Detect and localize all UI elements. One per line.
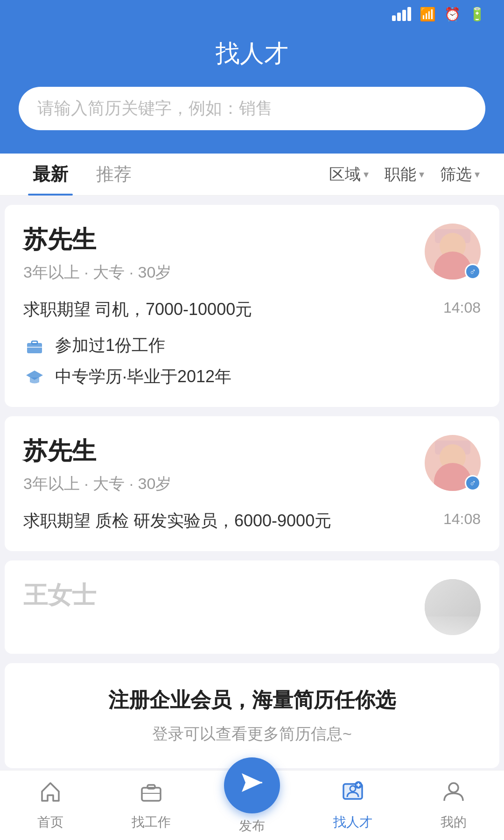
person-icon: [441, 779, 466, 809]
send-icon: [239, 770, 265, 801]
svg-rect-0: [27, 343, 42, 353]
wifi-icon: 📶: [420, 7, 436, 22]
candidate-card-0[interactable]: 苏先生 3年以上 · 大专 · 30岁 ♂ 求职期望 司机，7000-10000…: [5, 205, 499, 407]
filter-screen[interactable]: 筛选 ▾: [434, 164, 485, 185]
tag-edu-0: 中专学历·毕业于2012年: [23, 365, 481, 388]
candidate-list: 苏先生 3年以上 · 大专 · 30岁 ♂ 求职期望 司机，7000-10000…: [0, 196, 504, 777]
nav-label-mine: 我的: [441, 813, 467, 831]
nav-item-publish[interactable]: 发布: [202, 776, 302, 835]
card-header-0: 苏先生 3年以上 · 大专 · 30岁 ♂: [23, 224, 481, 283]
tab-recommended[interactable]: 推荐: [82, 154, 146, 196]
page-title: 找人才: [19, 37, 485, 70]
candidate-name-0: 苏先生 3年以上 · 大专 · 30岁: [23, 224, 171, 283]
card-tags-0: 参加过1份工作 中专学历·毕业于2012年: [23, 334, 481, 388]
home-icon: [38, 779, 63, 809]
candidate-name-2: 王女士: [23, 579, 96, 612]
nav-label-publish: 发布: [239, 817, 265, 835]
svg-rect-4: [142, 788, 161, 801]
candidate-card-2: 王女士: [5, 560, 499, 654]
tab-bar: 最新 推荐 区域 ▾ 职能 ▾ 筛选 ▾: [0, 154, 504, 196]
bottom-nav: 首页 找工作 发布: [0, 770, 504, 840]
nav-item-find-job[interactable]: 找工作: [101, 770, 202, 840]
briefcase-nav-icon: [139, 779, 163, 809]
search-bar[interactable]: 请输入简历关键字，例如：销售: [19, 87, 485, 130]
svg-rect-5: [147, 785, 155, 789]
nav-item-home[interactable]: 首页: [0, 770, 101, 840]
nav-label-find-talent: 找人才: [333, 813, 372, 831]
gender-badge-1: ♂: [465, 475, 481, 491]
candidate-name-1: 苏先生 3年以上 · 大专 · 30岁: [23, 435, 171, 495]
header: 找人才 请输入简历关键字，例如：销售: [0, 28, 504, 154]
filter-region[interactable]: 区域 ▾: [323, 164, 374, 185]
svg-rect-1: [32, 341, 37, 344]
tab-latest[interactable]: 最新: [19, 154, 82, 196]
find-talent-icon: [341, 779, 365, 809]
nav-item-mine[interactable]: 我的: [403, 770, 504, 840]
publish-button[interactable]: [224, 757, 280, 813]
avatar-1: ♂: [425, 435, 481, 491]
login-prompt[interactable]: 注册企业会员，海量简历任你选 登录可以查看更多简历信息~: [5, 663, 499, 768]
login-subtitle: 登录可以查看更多简历信息~: [23, 723, 481, 745]
avatar-0: ♂: [425, 224, 481, 280]
card-header-1: 苏先生 3年以上 · 大专 · 30岁 ♂: [23, 435, 481, 495]
filter-function[interactable]: 职能 ▾: [379, 164, 430, 185]
nav-label-find-job: 找工作: [132, 813, 171, 831]
tag-work-0: 参加过1份工作: [23, 334, 481, 357]
chevron-down-icon: ▾: [419, 168, 424, 181]
login-title: 注册企业会员，海量简历任你选: [23, 686, 481, 714]
svg-point-15: [449, 783, 458, 792]
status-bar: 📶 ⏰ 🔋: [0, 0, 504, 28]
briefcase-icon: [23, 335, 46, 357]
graduation-icon: [23, 366, 46, 388]
search-placeholder: 请输入简历关键字，例如：销售: [37, 97, 273, 120]
nav-item-find-talent[interactable]: 找人才: [302, 770, 403, 840]
chevron-down-icon: ▾: [364, 168, 369, 181]
filter-group: 区域 ▾ 职能 ▾ 筛选 ▾: [323, 164, 485, 185]
nav-label-home: 首页: [37, 813, 63, 831]
clock-icon: ⏰: [444, 7, 461, 22]
gender-badge-0: ♂: [465, 264, 481, 280]
signal-icon: [392, 7, 411, 21]
chevron-down-icon: ▾: [475, 168, 480, 181]
candidate-card-1[interactable]: 苏先生 3年以上 · 大专 · 30岁 ♂ 求职期望 质检 研发实验员，6000…: [5, 416, 499, 551]
battery-icon: 🔋: [469, 7, 485, 22]
